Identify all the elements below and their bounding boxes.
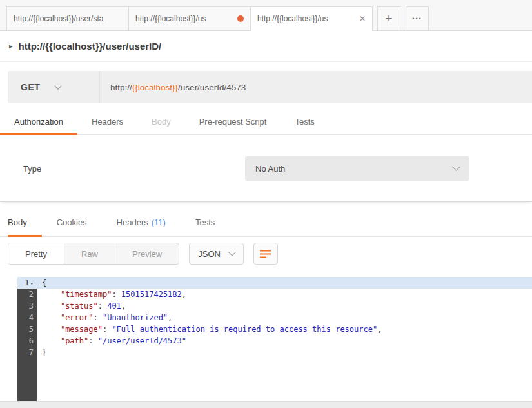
auth-type-label: Type xyxy=(23,164,245,174)
new-tab-button[interactable]: + xyxy=(377,6,400,31)
code-lines: { "timestamp": 1501517425182, "status": … xyxy=(37,277,532,401)
editor-tab-2[interactable]: http://{{localhost}}/us xyxy=(128,6,251,31)
chevron-down-icon xyxy=(452,163,460,171)
response-tabs: Body Cookies Headers (11) Tests xyxy=(0,202,532,237)
response-tab-cookies[interactable]: Cookies xyxy=(42,209,102,236)
tab-label: http://{{localhost}}/us xyxy=(135,14,233,23)
authorization-panel: Type No Auth xyxy=(0,135,532,202)
code-line: "timestamp": 1501517425182, xyxy=(37,289,532,300)
request-title-row: ▸ http://{{localhost}}/user/userID/ xyxy=(0,31,532,62)
code-gutter: 1▾234567 xyxy=(17,277,37,401)
url-path: /user/userId/4573 xyxy=(178,83,246,92)
editor-left-rail xyxy=(0,277,17,401)
response-body-editor: 1▾234567 { "timestamp": 1501517425182, "… xyxy=(0,277,532,401)
tab-label: Cookies xyxy=(57,218,87,227)
collapse-arrow-icon[interactable]: ▸ xyxy=(9,42,13,50)
line-number: 1▾ xyxy=(17,277,37,289)
auth-type-value: No Auth xyxy=(255,164,285,174)
pretty-button[interactable]: Pretty xyxy=(8,243,64,264)
line-number: 3 xyxy=(17,300,37,312)
wrap-text-icon xyxy=(260,249,271,259)
tab-label: Pre-request Script xyxy=(199,117,267,127)
tab-prerequest-script[interactable]: Pre-request Script xyxy=(185,108,281,134)
button-label: Pretty xyxy=(25,249,47,259)
language-value: JSON xyxy=(198,249,221,259)
code-line: { xyxy=(37,277,532,289)
tab-authorization[interactable]: Authorization xyxy=(0,108,77,134)
tab-label: Tests xyxy=(195,218,215,227)
tab-label: Body xyxy=(8,218,27,227)
more-tabs-button[interactable]: ••• xyxy=(406,6,429,31)
chevron-down-icon xyxy=(228,249,235,256)
editor-tab-3[interactable]: http://{{localhost}}/us ✕ xyxy=(250,6,373,31)
url-variable: {{localhost}} xyxy=(132,83,178,92)
line-number: 5 xyxy=(17,323,37,335)
horizontal-scrollbar[interactable] xyxy=(0,401,532,408)
unsaved-dot-icon xyxy=(237,15,244,22)
code-line: "path": "/user/userId/4573" xyxy=(37,335,532,347)
response-viewer-toolbar: Pretty Raw Preview JSON xyxy=(0,237,532,270)
code-line: "message": "Full authentication is requi… xyxy=(37,323,532,335)
url-input[interactable]: http://{{localhost}}/user/userId/4573 xyxy=(100,71,532,103)
tab-tests[interactable]: Tests xyxy=(281,108,328,134)
response-tab-tests[interactable]: Tests xyxy=(181,209,230,236)
tab-headers[interactable]: Headers xyxy=(77,108,137,134)
request-url-bar: GET http://{{localhost}}/user/userId/457… xyxy=(8,71,532,103)
button-label: Preview xyxy=(132,249,162,259)
tab-body[interactable]: Body xyxy=(137,108,185,134)
line-number: 2 xyxy=(17,289,37,300)
tab-label: Body xyxy=(152,117,171,127)
tab-label: Headers xyxy=(117,218,148,227)
language-select[interactable]: JSON xyxy=(189,243,244,265)
response-tab-body[interactable]: Body xyxy=(8,209,42,236)
chevron-down-icon xyxy=(55,82,62,89)
close-tab-icon[interactable]: ✕ xyxy=(359,14,366,23)
tab-label: Tests xyxy=(295,117,314,127)
fold-arrow-icon[interactable]: ▾ xyxy=(30,280,34,287)
tab-label: http://{{localhost}}/user/sta xyxy=(14,14,122,23)
button-label: Raw xyxy=(81,249,98,259)
code-line: } xyxy=(37,347,532,358)
raw-button[interactable]: Raw xyxy=(64,243,115,264)
response-tab-headers[interactable]: Headers (11) xyxy=(102,209,181,236)
editor-tabbar: http://{{localhost}}/user/sta http://{{l… xyxy=(0,0,532,31)
view-mode-group: Pretty Raw Preview xyxy=(8,243,179,265)
postman-window: http://{{localhost}}/user/sta http://{{l… xyxy=(0,0,532,408)
line-number: 7 xyxy=(17,347,37,358)
request-title: http://{{localhost}}/user/userID/ xyxy=(19,41,162,52)
url-scheme: http:// xyxy=(110,83,132,92)
method-dropdown[interactable]: GET xyxy=(8,71,100,103)
method-label: GET xyxy=(21,82,40,92)
preview-button[interactable]: Preview xyxy=(115,243,179,264)
code-line: "status": 401, xyxy=(37,300,532,312)
tab-label: Headers xyxy=(92,117,123,127)
wrap-text-button[interactable] xyxy=(253,243,278,265)
tab-label: http://{{localhost}}/us xyxy=(257,14,354,23)
tab-label: Authorization xyxy=(14,117,63,127)
line-number: 6 xyxy=(17,335,37,347)
headers-count-badge: (11) xyxy=(152,218,166,227)
code-line: "error": "Unauthorized", xyxy=(37,312,532,323)
request-tabs: Authorization Headers Body Pre-request S… xyxy=(0,108,532,135)
editor-tab-1[interactable]: http://{{localhost}}/user/sta xyxy=(6,6,129,31)
line-number: 4 xyxy=(17,312,37,323)
auth-type-select[interactable]: No Auth xyxy=(245,156,469,181)
